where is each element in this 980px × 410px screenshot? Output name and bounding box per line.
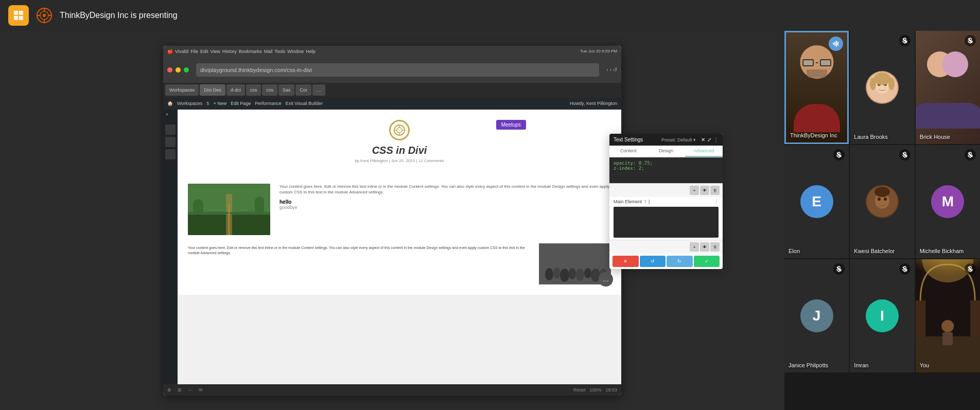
wp-edit-page[interactable]: Edit Page: [231, 101, 251, 106]
ts-btn-save[interactable]: ✓: [694, 256, 720, 267]
svg-rect-1: [19, 11, 23, 15]
nav-reload[interactable]: ↺: [613, 67, 617, 73]
participant-tile-thinkbydesign[interactable]: ThinkByDesign Inc: [784, 31, 849, 144]
mute-icon-elon: [833, 149, 845, 161]
ts-footer-btn-eye[interactable]: 👁: [700, 186, 709, 195]
wp-admin-bar: 🏠 Workspaces 5 + New Edit Page Performan…: [163, 97, 621, 110]
svg-point-42: [870, 78, 876, 90]
ts-footer-btn-copy[interactable]: ⎘: [710, 186, 720, 195]
svg-rect-22: [255, 197, 264, 215]
os-datetime: Tue Jun 20 6:53 PM: [580, 49, 617, 54]
wp-performance[interactable]: Performance: [255, 101, 282, 106]
browser-zoom-reset[interactable]: Reset: [573, 387, 586, 393]
wp-new[interactable]: + New: [213, 101, 226, 106]
participant-name-kwesi: Kwesi Batchelor: [854, 248, 895, 254]
participant-tile-michelle[interactable]: M Michelle Bickham: [916, 145, 980, 258]
nav-fwd[interactable]: ›: [610, 67, 611, 73]
ts-elem-btn-eye[interactable]: 👁: [700, 242, 709, 252]
wp-exit-vb[interactable]: Exit Visual Builder: [286, 101, 323, 106]
url-bar[interactable]: diviplayground.thinkbydesign.com/css-in-…: [196, 63, 599, 77]
participant-name-janice: Janice Philpotts: [789, 362, 828, 368]
page-hero-image: [188, 184, 270, 235]
participant-tile-elon[interactable]: E Elon: [784, 145, 849, 258]
browser-top-bar: diviplayground.thinkbydesign.com/css-in-…: [163, 57, 621, 83]
ts-code-line1: opacity: 0.75;: [614, 161, 719, 166]
wp-left-sidebar: ✦: [163, 110, 178, 384]
svg-rect-35: [836, 41, 837, 47]
ts-btn-undo[interactable]: ↺: [640, 256, 666, 267]
ts-element-help[interactable]: ?: [644, 199, 646, 204]
participant-tile-brick[interactable]: Brick House: [916, 31, 980, 144]
svg-point-56: [884, 198, 887, 201]
participant-tile-kwesi[interactable]: Kwesi Batchelor: [850, 145, 914, 258]
svg-rect-36: [837, 42, 838, 46]
svg-point-55: [878, 198, 881, 201]
browser-tab-des[interactable]: Divi Des: [200, 84, 225, 96]
browser-tab-workspaces[interactable]: Workspaces: [165, 84, 199, 96]
ts-code-line2: z-index: 2;: [614, 166, 719, 171]
svg-rect-75: [942, 332, 953, 345]
fab-button[interactable]: …: [599, 272, 613, 287]
participant-tile-janice[interactable]: J Janice Philpotts: [784, 259, 849, 372]
meetups-nav[interactable]: Meetups: [496, 120, 526, 130]
svg-rect-3: [19, 16, 23, 20]
participant-avatar-imran: I: [866, 299, 899, 332]
wp-user: Howdy, Kent Pilkington: [570, 101, 617, 106]
ts-element-cursor-icon: |: [649, 199, 650, 204]
divi-editor[interactable]: CSS in Divi by Kent Pilkington | Jun 20,…: [178, 110, 621, 295]
app-logo[interactable]: [8, 5, 29, 26]
browser-tab-more[interactable]: …: [312, 84, 325, 96]
participant-tile-imran[interactable]: I Imran: [850, 259, 914, 372]
wp-workspaces[interactable]: Workspaces: [177, 101, 202, 106]
browser-bottom-icon-4: ✉: [199, 387, 203, 393]
svg-point-28: [569, 268, 576, 279]
participant-name-elon: Elon: [789, 248, 800, 254]
ts-btn-cancel[interactable]: ✕: [612, 256, 639, 267]
participant-avatar-laura: [866, 71, 899, 104]
ts-tab-design[interactable]: Design: [647, 146, 685, 157]
os-view: View: [210, 49, 220, 54]
browser-bottom-icon-3: ↔: [188, 387, 192, 393]
window-close-btn[interactable]: [167, 67, 172, 73]
nav-back[interactable]: ‹: [606, 67, 608, 73]
window-maximize-btn[interactable]: [184, 67, 189, 73]
window-minimize-btn[interactable]: [176, 67, 181, 73]
participant-name-brick: Brick House: [920, 134, 950, 140]
svg-point-41: [874, 73, 890, 85]
site-logo: [188, 120, 611, 140]
os-help: Help: [306, 49, 316, 54]
svg-point-26: [553, 268, 561, 279]
os-window: Window: [287, 49, 304, 54]
os-tools: Tools: [274, 49, 285, 54]
ts-tab-content[interactable]: Content: [609, 146, 647, 157]
wp-logo-icon: 🏠: [167, 101, 173, 106]
ts-element-footer: + 👁 ⎘: [609, 240, 723, 254]
browser-tab-sas[interactable]: Sas: [278, 84, 295, 96]
ts-expand-btn[interactable]: ⤢: [707, 137, 711, 142]
ts-btn-redo[interactable]: ↻: [667, 256, 693, 267]
ts-close-btn[interactable]: ✕: [701, 137, 705, 142]
participant-tile-laura[interactable]: Laura Brooks: [850, 31, 914, 144]
participant-tile-you[interactable]: You: [916, 259, 980, 372]
ts-tab-advanced[interactable]: Advanced: [685, 146, 723, 157]
page-meta: by Kent Pilkington | Jun 20, 2023 | 12 C…: [188, 158, 611, 163]
os-mail: Mail: [264, 49, 273, 54]
ts-element-options-icon[interactable]: ⋮: [714, 199, 719, 204]
text-settings-panel: Text Settings Preset: Default ▾ ✕ ⤢ ⋮ Co…: [609, 134, 723, 269]
ts-elem-btn-copy[interactable]: ⎘: [710, 242, 720, 252]
browser-tab-cor[interactable]: Cor: [295, 84, 311, 96]
screen-share-inner: 🍎 Vivaldi File Edit View History Bookmar…: [0, 31, 784, 410]
ts-footer: + 👁 ⎘: [609, 183, 723, 197]
ts-elem-btn-add[interactable]: +: [690, 242, 699, 252]
browser-tab-css2[interactable]: css: [262, 84, 277, 96]
mute-icon-janice: [833, 263, 845, 275]
svg-rect-33: [833, 43, 834, 45]
os-edit: Edit: [200, 49, 208, 54]
wp-sidebar-icon-4: [165, 149, 176, 159]
browser-tab-css1[interactable]: css: [246, 84, 261, 96]
svg-rect-76: [916, 300, 925, 336]
screen-share-area: 🍎 Vivaldi File Edit View History Bookmar…: [0, 31, 784, 410]
ts-footer-btn-add[interactable]: +: [690, 186, 699, 195]
browser-tab-dct[interactable]: d-dct: [226, 84, 245, 96]
ts-more-btn[interactable]: ⋮: [713, 137, 719, 142]
